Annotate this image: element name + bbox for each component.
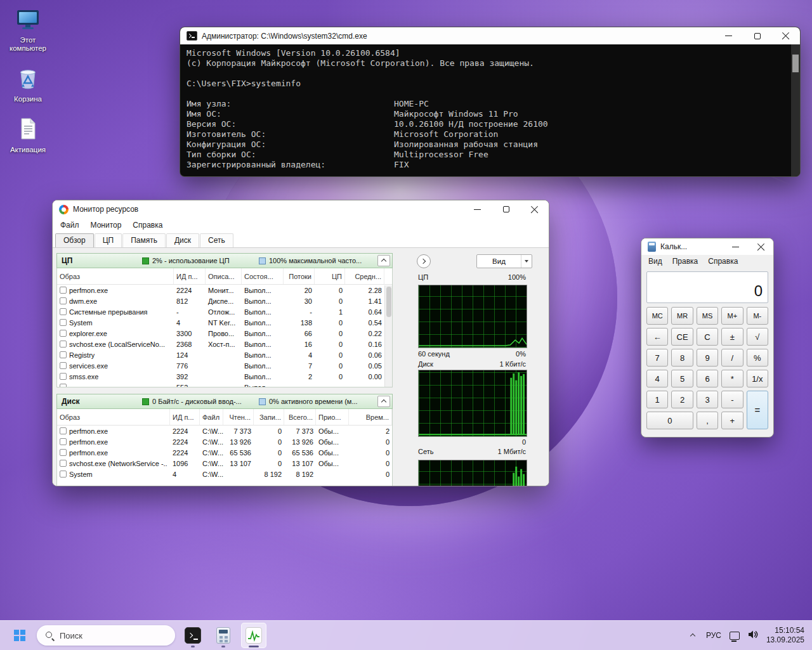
- disk-process-row[interactable]: perfmon.exe 2224 C:\W... 13 926 0 13 926…: [57, 436, 392, 447]
- column-header[interactable]: Состоя...: [242, 268, 284, 284]
- column-header[interactable]: ИД п...: [174, 268, 206, 284]
- cpu-process-row[interactable]: services.exe 776 Выпол... 7 0 0.05: [57, 360, 392, 371]
- tray-chevron-up-icon[interactable]: [688, 633, 698, 638]
- column-header[interactable]: ИД п...: [170, 409, 200, 425]
- calc-button-9[interactable]: 9: [697, 349, 718, 367]
- cmd-titlebar[interactable]: Администратор: C:\Windows\system32\cmd.e…: [180, 27, 800, 44]
- calc-button-8[interactable]: 8: [671, 349, 693, 367]
- calc-button-negate[interactable]: ±: [721, 328, 743, 346]
- desktop-icon-activation[interactable]: Активация: [3, 116, 53, 154]
- calc-button-1[interactable]: 1: [646, 391, 668, 408]
- calc-button-decimal[interactable]: ,: [697, 412, 718, 429]
- row-checkbox[interactable]: [60, 287, 67, 294]
- view-dropdown[interactable]: Вид: [476, 254, 532, 268]
- cpu-process-row[interactable]: smss.exe 392 Выпол... 2 0 0.00: [57, 371, 392, 382]
- tab-overview[interactable]: Обзор: [55, 233, 94, 247]
- language-indicator[interactable]: РУС: [706, 631, 721, 640]
- calc-button-3[interactable]: 3: [697, 391, 718, 408]
- resmon-titlebar[interactable]: Монитор ресурсов: [53, 200, 549, 218]
- tab-cpu[interactable]: ЦП: [95, 233, 122, 247]
- cmd-maximize-button[interactable]: [743, 27, 771, 44]
- column-header[interactable]: Врем...: [349, 409, 392, 425]
- calc-button-4[interactable]: 4: [646, 370, 668, 387]
- cpu-process-row[interactable]: 552 Выпол...: [57, 382, 392, 387]
- calc-button-sqrt[interactable]: √: [747, 328, 768, 346]
- cpu-table-scrollbar[interactable]: [384, 285, 392, 387]
- calc-button-backspace[interactable]: ←: [646, 328, 668, 346]
- calc-button-equals[interactable]: =: [747, 391, 768, 429]
- cmd-close-button[interactable]: [771, 27, 800, 44]
- calculator-close-button[interactable]: [748, 238, 773, 255]
- calc-button-m-plus[interactable]: M+: [721, 307, 743, 325]
- menu-item[interactable]: Справка: [127, 221, 168, 230]
- calc-button-0[interactable]: 0: [646, 412, 693, 429]
- start-button[interactable]: [8, 623, 32, 647]
- calc-button-7[interactable]: 7: [646, 349, 668, 367]
- calc-button-subtract[interactable]: -: [721, 391, 743, 408]
- row-checkbox[interactable]: [60, 330, 67, 337]
- tab-disk[interactable]: Диск: [166, 233, 199, 247]
- column-header[interactable]: Средн...: [345, 268, 384, 284]
- desktop-icon-this-pc[interactable]: Этот компьютер: [3, 6, 53, 53]
- cpu-process-row[interactable]: dwm.exe 812 Диспе... Выпол... 30 0 1.41: [57, 296, 392, 306]
- menu-item[interactable]: Монитор: [85, 221, 128, 230]
- calc-button-divide[interactable]: /: [721, 349, 743, 367]
- calc-button-reciprocal[interactable]: 1/x: [747, 370, 768, 387]
- disk-section-header[interactable]: Диск 0 Байт/с - дисковый ввод-... 0% акт…: [56, 394, 393, 409]
- cpu-process-row[interactable]: explorer.exe 3300 Прово... Выпол... 66 0…: [57, 328, 392, 339]
- cmd-scrollbar[interactable]: [791, 44, 800, 177]
- cpu-process-row[interactable]: Системные прерывания - Отлож... Выпол...…: [57, 306, 392, 317]
- search-input[interactable]: [60, 631, 155, 640]
- menu-item[interactable]: Правка: [667, 257, 704, 266]
- column-header[interactable]: Прио...: [316, 409, 349, 425]
- calculator-titlebar[interactable]: Кальк...: [641, 238, 773, 255]
- disk-collapse-button[interactable]: [377, 396, 390, 407]
- disk-process-row[interactable]: perfmon.exe 2224 C:\W... 7 373 0 7 373 О…: [57, 426, 392, 436]
- calc-button-2[interactable]: 2: [671, 391, 693, 408]
- cpu-table-header[interactable]: Образ ИД п... Описа... Состоя... Потоки …: [57, 268, 392, 285]
- scrollbar-thumb[interactable]: [792, 55, 799, 72]
- row-checkbox[interactable]: [60, 341, 67, 348]
- cpu-process-row[interactable]: perfmon.exe 2224 Монит... Выпол... 20 0 …: [57, 285, 392, 296]
- calc-button-multiply[interactable]: *: [721, 370, 743, 387]
- column-header[interactable]: Описа...: [206, 268, 242, 284]
- taskbar-cmd-button[interactable]: [180, 623, 206, 648]
- volume-icon[interactable]: [748, 630, 758, 642]
- calc-button-ce[interactable]: CE: [671, 328, 693, 346]
- column-header[interactable]: Потоки: [284, 268, 315, 284]
- disk-process-row[interactable]: perfmon.exe 2224 C:\W... 65 536 0 65 536…: [57, 447, 392, 458]
- tab-memory[interactable]: Память: [122, 233, 166, 247]
- calc-button-ms[interactable]: MS: [697, 307, 718, 325]
- row-checkbox[interactable]: [60, 308, 67, 315]
- cpu-process-row[interactable]: Registry 124 Выпол... 4 0 0.06: [57, 349, 392, 360]
- cpu-process-row[interactable]: svchost.exe (LocalServiceNo... 2368 Хост…: [57, 339, 392, 349]
- menu-item[interactable]: Вид: [643, 257, 667, 266]
- row-checkbox[interactable]: [60, 471, 67, 478]
- cpu-collapse-button[interactable]: [377, 255, 390, 266]
- cmd-minimize-button[interactable]: [714, 27, 743, 44]
- network-icon[interactable]: [730, 632, 740, 640]
- graph-panel-collapse-button[interactable]: [417, 254, 431, 268]
- calc-button-5[interactable]: 5: [671, 370, 693, 387]
- column-header[interactable]: Образ: [57, 409, 170, 425]
- row-checkbox[interactable]: [60, 373, 67, 380]
- row-checkbox[interactable]: [60, 460, 67, 467]
- menu-item[interactable]: Файл: [55, 221, 85, 230]
- column-header[interactable]: ЦП: [315, 268, 345, 284]
- calc-button-add[interactable]: +: [721, 412, 743, 429]
- row-checkbox[interactable]: [60, 319, 67, 326]
- row-checkbox[interactable]: [60, 297, 67, 304]
- column-header[interactable]: Образ: [57, 268, 174, 284]
- row-checkbox[interactable]: [60, 362, 67, 369]
- calc-button-6[interactable]: 6: [697, 370, 718, 387]
- column-header[interactable]: Всего...: [284, 409, 316, 425]
- disk-process-row[interactable]: svchost.exe (NetworkService -... 1096 C:…: [57, 458, 392, 469]
- calculator-minimize-button[interactable]: [723, 238, 748, 255]
- taskbar-resource-monitor-button[interactable]: [241, 623, 266, 648]
- taskbar-calculator-button[interactable]: [211, 623, 236, 648]
- cpu-process-row[interactable]: System 4 NT Ker... Выпол... 138 0 0.54: [57, 317, 392, 328]
- row-checkbox[interactable]: [60, 384, 67, 387]
- resmon-minimize-button[interactable]: [463, 200, 492, 218]
- column-header[interactable]: Запи...: [254, 409, 284, 425]
- row-checkbox[interactable]: [60, 449, 67, 456]
